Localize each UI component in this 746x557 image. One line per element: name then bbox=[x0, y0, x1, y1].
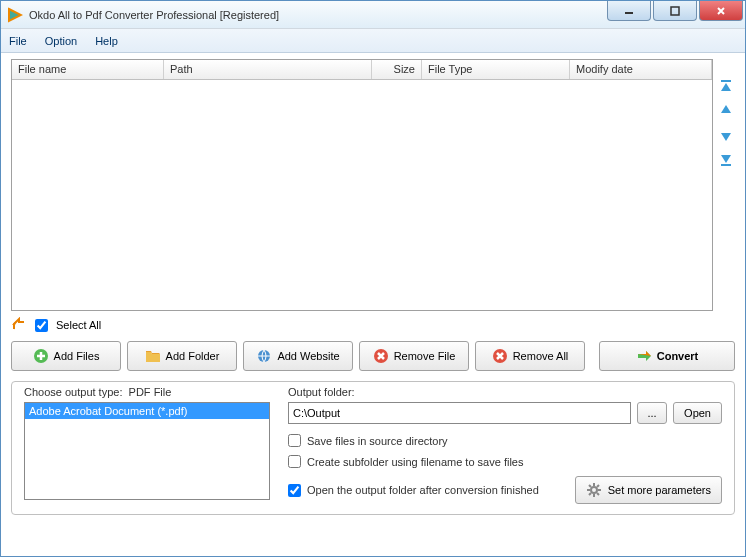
add-files-label: Add Files bbox=[54, 350, 100, 362]
output-panel: Choose output type: PDF File Adobe Acrob… bbox=[11, 381, 735, 515]
convert-button[interactable]: Convert bbox=[599, 341, 735, 371]
remove-all-icon bbox=[492, 348, 508, 364]
open-after-checkbox[interactable] bbox=[288, 484, 301, 497]
maximize-icon bbox=[670, 6, 680, 16]
output-folder-label: Output folder: bbox=[288, 386, 722, 398]
set-more-parameters-button[interactable]: Set more parameters bbox=[575, 476, 722, 504]
open-folder-button[interactable]: Open bbox=[673, 402, 722, 424]
add-website-button[interactable]: Add Website bbox=[243, 341, 353, 371]
output-type-list[interactable]: Adobe Acrobat Document (*.pdf) bbox=[24, 402, 270, 500]
move-bottom-button[interactable] bbox=[718, 151, 734, 167]
up-folder-icon[interactable] bbox=[11, 317, 27, 333]
output-folder-input[interactable] bbox=[288, 402, 631, 424]
svg-rect-0 bbox=[625, 12, 633, 14]
column-filetype[interactable]: File Type bbox=[422, 60, 570, 79]
titlebar[interactable]: Okdo All to Pdf Converter Professional [… bbox=[1, 1, 745, 29]
move-down-button[interactable] bbox=[718, 127, 734, 143]
remove-file-button[interactable]: Remove File bbox=[359, 341, 469, 371]
create-subfolder-checkbox[interactable] bbox=[288, 455, 301, 468]
more-params-label: Set more parameters bbox=[608, 484, 711, 496]
file-list-header: File name Path Size File Type Modify dat… bbox=[12, 60, 712, 80]
folder-icon bbox=[145, 348, 161, 364]
svg-rect-3 bbox=[721, 164, 731, 166]
remove-icon bbox=[373, 348, 389, 364]
reorder-arrows bbox=[717, 59, 735, 311]
menu-file[interactable]: File bbox=[9, 35, 27, 47]
add-folder-button[interactable]: Add Folder bbox=[127, 341, 237, 371]
move-up-button[interactable] bbox=[718, 103, 734, 119]
close-icon bbox=[716, 6, 726, 16]
save-in-source-label: Save files in source directory bbox=[307, 435, 448, 447]
column-path[interactable]: Path bbox=[164, 60, 372, 79]
output-type-item[interactable]: Adobe Acrobat Document (*.pdf) bbox=[25, 403, 269, 419]
globe-icon bbox=[256, 348, 272, 364]
svg-rect-1 bbox=[671, 7, 679, 15]
remove-file-label: Remove File bbox=[394, 350, 456, 362]
column-filename[interactable]: File name bbox=[12, 60, 164, 79]
minimize-icon bbox=[624, 6, 634, 16]
remove-all-label: Remove All bbox=[513, 350, 569, 362]
select-all-label: Select All bbox=[56, 319, 101, 331]
add-website-label: Add Website bbox=[277, 350, 339, 362]
remove-all-button[interactable]: Remove All bbox=[475, 341, 585, 371]
maximize-button[interactable] bbox=[653, 1, 697, 21]
app-icon bbox=[7, 7, 23, 23]
add-folder-label: Add Folder bbox=[166, 350, 220, 362]
svg-point-8 bbox=[591, 487, 597, 493]
choose-type-label: Choose output type: PDF File bbox=[24, 386, 270, 398]
column-modifydate[interactable]: Modify date bbox=[570, 60, 712, 79]
select-all-checkbox[interactable] bbox=[35, 319, 48, 332]
gear-icon bbox=[586, 482, 602, 498]
file-list[interactable]: File name Path Size File Type Modify dat… bbox=[11, 59, 713, 311]
move-top-button[interactable] bbox=[718, 79, 734, 95]
open-after-label: Open the output folder after conversion … bbox=[307, 484, 539, 496]
menubar: File Option Help bbox=[1, 29, 745, 53]
column-size[interactable]: Size bbox=[372, 60, 422, 79]
menu-help[interactable]: Help bbox=[95, 35, 118, 47]
menu-option[interactable]: Option bbox=[45, 35, 77, 47]
add-icon bbox=[33, 348, 49, 364]
create-subfolder-label: Create subfolder using filename to save … bbox=[307, 456, 523, 468]
close-button[interactable] bbox=[699, 1, 743, 21]
svg-rect-2 bbox=[721, 80, 731, 82]
convert-icon bbox=[636, 348, 652, 364]
app-window: Okdo All to Pdf Converter Professional [… bbox=[0, 0, 746, 557]
add-files-button[interactable]: Add Files bbox=[11, 341, 121, 371]
browse-button[interactable]: ... bbox=[637, 402, 667, 424]
minimize-button[interactable] bbox=[607, 1, 651, 21]
save-in-source-checkbox[interactable] bbox=[288, 434, 301, 447]
convert-label: Convert bbox=[657, 350, 699, 362]
